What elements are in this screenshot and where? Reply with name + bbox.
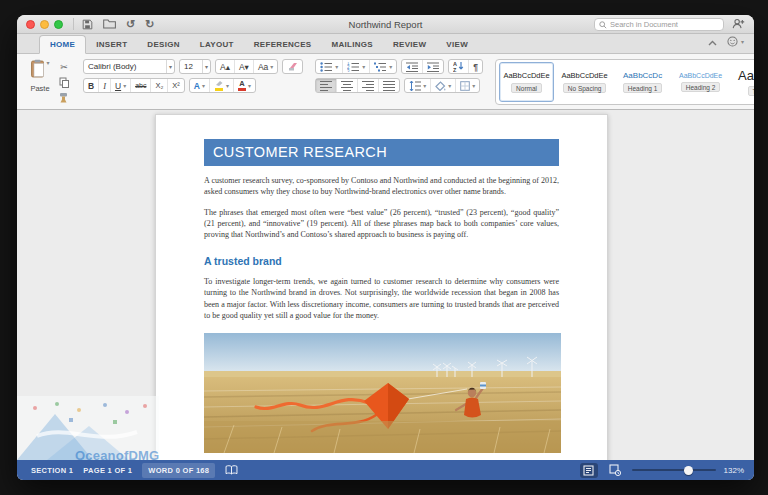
chevron-down-icon: ▾ <box>202 60 210 73</box>
style-chip-heading-2[interactable]: AaBbCcDdEe Heading 2 <box>673 62 728 102</box>
search-field[interactable] <box>594 18 724 31</box>
paste-clipboard-icon <box>30 59 45 82</box>
paste-dropdown-arrow[interactable]: ▾ <box>46 59 49 66</box>
document-subheading: A trusted brand <box>204 255 559 267</box>
collapse-ribbon-icon[interactable] <box>708 32 717 50</box>
title-bar: ↺ ↻ Northwind Report <box>17 15 754 34</box>
save-button[interactable] <box>82 19 93 30</box>
chevron-down-icon: ▾ <box>166 60 174 73</box>
tab-layout[interactable]: LAYOUT <box>190 36 244 53</box>
align-center-button[interactable] <box>337 79 358 92</box>
document-photo-kite-field[interactable] <box>204 333 561 453</box>
search-icon <box>599 15 607 33</box>
status-bar: SECTION 1 PAGE 1 OF 1 WORD 0 OF 168 132% <box>17 460 754 480</box>
align-right-icon <box>362 81 374 91</box>
zoom-percentage[interactable]: 132% <box>724 466 744 475</box>
redo-button[interactable]: ↻ <box>145 19 154 29</box>
search-input[interactable] <box>610 20 719 29</box>
highlight-icon <box>214 80 224 91</box>
zoom-slider-track[interactable] <box>632 469 716 472</box>
zoom-window-button[interactable] <box>54 20 63 29</box>
document-canvas[interactable]: CUSTOMER RESEARCH A customer research su… <box>17 110 754 460</box>
clipboard-group: ▾ Paste ✂ <box>25 59 71 105</box>
proofing-book-icon[interactable] <box>225 461 238 479</box>
paste-button[interactable]: ▾ Paste <box>25 59 55 105</box>
zoom-slider[interactable] <box>632 466 716 475</box>
bullets-button[interactable]: ▾ <box>316 60 343 73</box>
align-left-icon <box>320 81 332 91</box>
style-chip-heading-1[interactable]: AaBbCcDc Heading 1 <box>615 62 670 102</box>
minimize-window-button[interactable] <box>40 20 49 29</box>
tab-design[interactable]: DESIGN <box>137 36 189 53</box>
section-indicator[interactable]: SECTION 1 <box>31 466 73 475</box>
justify-button[interactable] <box>379 79 399 92</box>
traffic-lights <box>26 20 63 29</box>
numbering-button[interactable]: 123▾ <box>343 60 370 73</box>
word-count-indicator[interactable]: WORD 0 OF 168 <box>142 463 215 478</box>
copy-icon[interactable] <box>57 76 71 89</box>
tab-view[interactable]: VIEW <box>436 36 478 53</box>
svg-text:Z: Z <box>453 67 457 72</box>
document-title-banner: CUSTOMER RESEARCH <box>204 139 559 166</box>
page-indicator[interactable]: PAGE 1 OF 1 <box>83 466 132 475</box>
font-name-combo[interactable]: Calibri (Body) ▾ <box>83 59 175 74</box>
grow-font-button[interactable]: A▴ <box>216 60 235 73</box>
zoom-slider-thumb[interactable] <box>684 466 693 475</box>
svg-text:3: 3 <box>347 68 350 72</box>
styles-gallery: AaBbCcDdEe Normal AaBbCcDdEe No Spacing … <box>495 59 754 105</box>
align-right-button[interactable] <box>358 79 379 92</box>
format-painter-icon[interactable] <box>57 91 71 104</box>
paragraph: To investigate longer-term trends, we ag… <box>204 276 559 321</box>
underline-button[interactable]: U▾ <box>111 79 131 92</box>
italic-button[interactable]: I <box>99 79 111 92</box>
web-layout-view-button[interactable] <box>606 463 624 478</box>
paragraph: A customer research survey, co-sponsored… <box>204 175 559 198</box>
chevron-down-icon: ▾ <box>741 38 744 45</box>
borders-button[interactable]: ▾ <box>456 79 479 92</box>
multilevel-list-button[interactable]: ▾ <box>370 60 396 73</box>
highlight-button[interactable]: ▾ <box>210 79 234 92</box>
superscript-button[interactable]: X² <box>168 79 184 92</box>
decrease-indent-button[interactable] <box>402 60 423 73</box>
shading-button[interactable]: ▾ <box>431 79 456 92</box>
font-color-button[interactable]: A▾ <box>234 79 255 92</box>
change-case-button[interactable]: Aa▾ <box>254 60 277 73</box>
close-window-button[interactable] <box>26 20 35 29</box>
watermark-text: OceanofDMG <box>75 448 159 460</box>
share-icon[interactable] <box>732 15 745 33</box>
text-effects-button[interactable]: A▾ <box>190 79 210 92</box>
align-left-button[interactable] <box>316 79 337 92</box>
paragraph: The phrases that emerged most often were… <box>204 207 559 241</box>
style-chip-no-spacing[interactable]: AaBbCcDdEe No Spacing <box>557 62 612 102</box>
tab-insert[interactable]: INSERT <box>86 36 137 53</box>
align-center-icon <box>341 81 353 91</box>
ribbon: ▾ Paste ✂ Calibri (Body) ▾ <box>17 54 754 110</box>
undo-button[interactable]: ↺ <box>126 19 135 29</box>
sort-button[interactable]: AZ <box>449 60 469 73</box>
tab-home[interactable]: HOME <box>39 35 86 54</box>
style-chip-normal[interactable]: AaBbCcDdEe Normal <box>499 62 554 102</box>
line-spacing-button[interactable]: ▾ <box>405 79 431 92</box>
font-size-combo[interactable]: 12 ▾ <box>179 59 211 74</box>
show-paragraph-marks-button[interactable]: ¶ <box>469 60 482 73</box>
font-color-swatch <box>238 88 246 91</box>
feedback-smiley-icon[interactable]: ▾ <box>727 36 744 47</box>
bold-button[interactable]: B <box>84 79 99 92</box>
open-file-button[interactable] <box>103 19 116 29</box>
justify-icon <box>383 81 395 91</box>
cut-icon[interactable]: ✂ <box>57 60 71 73</box>
ribbon-tab-bar: HOME INSERT DESIGN LAYOUT REFERENCES MAI… <box>17 34 754 54</box>
print-layout-view-button[interactable] <box>580 463 598 478</box>
shrink-font-button[interactable]: A▾ <box>235 60 254 73</box>
tab-mailings[interactable]: MAILINGS <box>321 36 383 53</box>
paragraph-group: ▾ 123▾ ▾ <box>315 59 483 105</box>
tab-review[interactable]: REVIEW <box>383 36 436 53</box>
document-page[interactable]: CUSTOMER RESEARCH A customer research su… <box>155 114 608 460</box>
style-chip-title[interactable]: AaBbC Title <box>731 62 754 102</box>
clear-formatting-button[interactable] <box>283 60 302 73</box>
tab-references[interactable]: REFERENCES <box>244 36 322 53</box>
subscript-button[interactable]: X₂ <box>151 79 168 92</box>
titlebar-divider <box>73 18 74 30</box>
strikethrough-button[interactable]: abc <box>131 79 151 92</box>
increase-indent-button[interactable] <box>423 60 443 73</box>
